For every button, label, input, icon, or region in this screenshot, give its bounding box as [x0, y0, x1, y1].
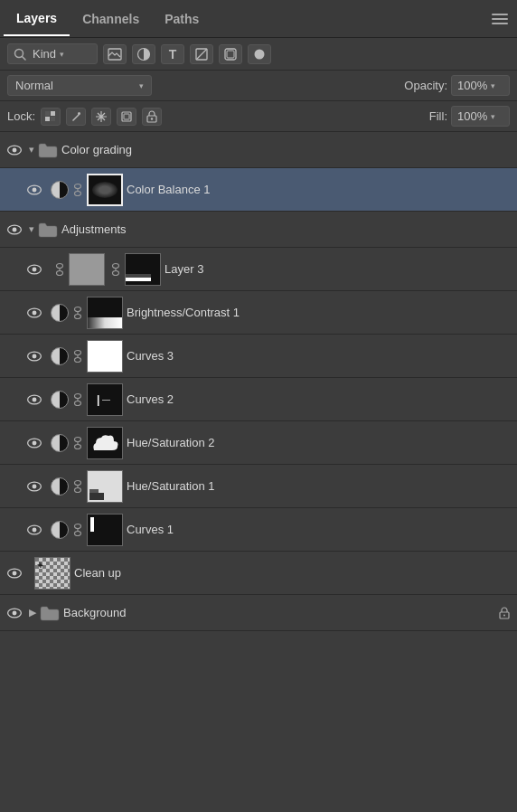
- adjustment-icon: [51, 181, 69, 199]
- folder-icon: [38, 142, 58, 158]
- visibility-icon[interactable]: [25, 521, 43, 539]
- layer-row[interactable]: Color Balance 1: [0, 168, 517, 212]
- svg-point-41: [33, 354, 37, 358]
- group-expand-icon[interactable]: ▾: [29, 223, 34, 235]
- svg-point-38: [75, 314, 81, 318]
- layer-row[interactable]: Hue/Saturation 2: [0, 421, 517, 465]
- adjustment-icon: [51, 347, 69, 365]
- svg-point-30: [57, 270, 63, 275]
- tab-paths[interactable]: Paths: [152, 3, 212, 35]
- filter-image-icon[interactable]: [103, 44, 127, 64]
- visibility-icon[interactable]: [5, 221, 24, 239]
- visibility-icon[interactable]: [25, 434, 43, 452]
- layer-mask-thumbnail: [125, 253, 161, 286]
- link-icon: [72, 478, 83, 495]
- lock-artboard-button[interactable]: [117, 108, 136, 126]
- layer-row[interactable]: Curves 1: [0, 508, 517, 552]
- svg-point-52: [75, 437, 81, 441]
- layer-thumbnail: [87, 427, 123, 459]
- lock-all-button[interactable]: [142, 108, 162, 126]
- visibility-icon[interactable]: [25, 181, 43, 199]
- filter-circle-icon[interactable]: [248, 44, 271, 64]
- fill-group: Fill: 100% ▾: [429, 106, 510, 127]
- layer-row[interactable]: Brightness/Contrast 1: [0, 291, 517, 335]
- link-icon-2: [110, 261, 121, 278]
- svg-rect-10: [51, 111, 55, 116]
- opacity-group: Opacity: 100% ▾: [404, 75, 510, 96]
- layer-row[interactable]: + Clean up: [0, 552, 517, 595]
- opacity-chevron-icon: ▾: [491, 81, 495, 90]
- filter-row: Kind ▾ T: [0, 38, 517, 71]
- svg-rect-15: [124, 114, 129, 119]
- filter-smart-icon[interactable]: [219, 44, 242, 64]
- visibility-icon[interactable]: [25, 260, 43, 279]
- visibility-icon[interactable]: [5, 604, 24, 622]
- blend-mode-label: Normal: [15, 79, 53, 92]
- layer-name: Curves 3: [127, 349, 512, 363]
- svg-point-68: [13, 610, 17, 615]
- svg-line-5: [196, 49, 207, 60]
- visibility-icon[interactable]: [25, 477, 43, 496]
- opacity-value: 100%: [457, 79, 487, 92]
- svg-point-32: [113, 263, 119, 268]
- group-expand-icon[interactable]: ▶: [29, 607, 36, 618]
- filter-shape-icon[interactable]: [190, 44, 213, 64]
- tab-layers[interactable]: Layers: [4, 2, 70, 36]
- visibility-icon[interactable]: [25, 304, 43, 322]
- svg-rect-12: [51, 117, 55, 121]
- lock-row: Lock:: [0, 101, 517, 132]
- layer-name: Brightness/Contrast 1: [127, 306, 512, 319]
- layer-row[interactable]: Layer 3: [0, 248, 517, 291]
- layer-row[interactable]: | — Curves 2: [0, 378, 517, 421]
- layer-row[interactable]: Hue/Saturation 1: [0, 465, 517, 508]
- svg-point-63: [75, 531, 81, 535]
- kind-label: Kind: [33, 47, 56, 61]
- lock-position-button[interactable]: [91, 108, 111, 126]
- layer-row[interactable]: ▾ Adjustments: [0, 212, 517, 248]
- layer-name: Clean up: [74, 566, 512, 580]
- svg-point-8: [255, 49, 265, 59]
- layer-name: Color grading: [61, 143, 512, 156]
- lock-transparent-button[interactable]: [41, 108, 61, 126]
- group-expand-icon[interactable]: ▾: [29, 144, 34, 156]
- kind-dropdown[interactable]: Kind ▾: [7, 43, 98, 64]
- visibility-icon[interactable]: [5, 564, 24, 582]
- fill-chevron-icon: ▾: [491, 112, 495, 121]
- filter-text-icon[interactable]: T: [161, 44, 184, 64]
- blend-mode-dropdown[interactable]: Normal ▾: [7, 75, 152, 96]
- svg-point-61: [33, 527, 37, 532]
- svg-rect-11: [45, 117, 50, 121]
- folder-icon: [38, 222, 58, 238]
- layer-thumbnail: | —: [87, 383, 123, 416]
- layers-panel: Layers Channels Paths Kind ▾: [0, 0, 517, 812]
- visibility-icon[interactable]: [25, 391, 43, 409]
- visibility-icon[interactable]: [5, 141, 24, 159]
- svg-rect-7: [227, 51, 234, 58]
- svg-point-19: [13, 147, 17, 152]
- opacity-dropdown[interactable]: 100% ▾: [451, 75, 510, 96]
- adjustment-icon: [51, 434, 69, 452]
- panel-menu-icon[interactable]: [486, 10, 513, 28]
- link-icon: [54, 261, 65, 278]
- fill-dropdown[interactable]: 100% ▾: [451, 106, 510, 127]
- adjustment-icon: [51, 391, 69, 409]
- visibility-icon[interactable]: [25, 347, 43, 365]
- svg-rect-9: [45, 111, 50, 116]
- lock-image-button[interactable]: [66, 108, 86, 126]
- menu-line-3: [492, 23, 508, 24]
- link-icon: [72, 435, 83, 451]
- tab-channels[interactable]: Channels: [70, 3, 152, 35]
- svg-point-17: [151, 118, 153, 119]
- layer-thumbnail: [87, 340, 123, 373]
- layer-row[interactable]: ▾ Color grading: [0, 132, 517, 168]
- layer-thumbnail: [87, 514, 123, 546]
- svg-point-23: [75, 191, 81, 195]
- link-icon: [72, 305, 83, 321]
- filter-adjustment-icon[interactable]: [132, 44, 155, 64]
- svg-point-58: [75, 487, 81, 492]
- svg-point-22: [75, 184, 81, 188]
- layer-row[interactable]: ▶ Background: [0, 595, 517, 631]
- layer-row[interactable]: Curves 3: [0, 335, 517, 378]
- link-icon: [72, 522, 83, 538]
- fill-label: Fill:: [429, 109, 447, 123]
